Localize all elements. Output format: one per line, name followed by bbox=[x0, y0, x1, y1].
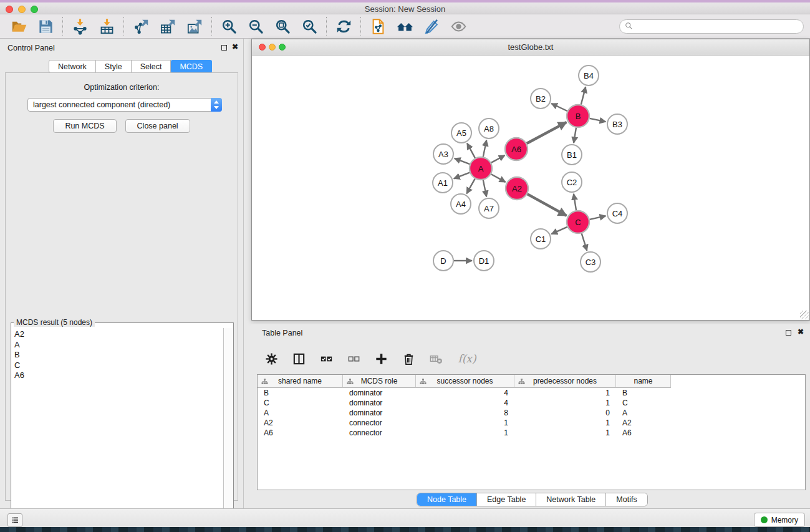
network-document-button[interactable] bbox=[367, 16, 389, 36]
graph-edge-A-A4[interactable] bbox=[466, 179, 475, 194]
mcds-result-item[interactable]: C bbox=[14, 360, 223, 371]
open-session-button[interactable] bbox=[7, 16, 30, 36]
graph-node-A1[interactable]: A1 bbox=[433, 173, 453, 193]
table-cell-name[interactable]: C bbox=[616, 398, 671, 408]
mcds-result-item[interactable]: A6 bbox=[14, 370, 223, 381]
graph-edge-A-A1[interactable] bbox=[454, 173, 470, 179]
tab-node-table[interactable]: Node Table bbox=[417, 493, 477, 506]
search-input[interactable] bbox=[637, 22, 798, 31]
result-list-scrollbar[interactable] bbox=[224, 328, 233, 532]
zoom-fit-button[interactable] bbox=[271, 16, 294, 36]
table-cell-predecessor_nodes[interactable]: 1 bbox=[514, 388, 616, 398]
graph-edge-C-C2[interactable] bbox=[574, 194, 576, 210]
graph-node-D[interactable]: D bbox=[433, 251, 453, 271]
graph-node-B3[interactable]: B3 bbox=[607, 114, 627, 134]
graph-edge-A-A5[interactable] bbox=[467, 143, 475, 158]
zoom-selected-button[interactable] bbox=[298, 16, 321, 36]
function-builder-button[interactable]: f(x) bbox=[455, 350, 480, 367]
close-panel-button[interactable]: Close panel bbox=[125, 119, 190, 133]
apply-layout-button[interactable] bbox=[332, 16, 355, 36]
graph-node-B4[interactable]: B4 bbox=[579, 65, 599, 85]
table-row[interactable]: Adominator80A bbox=[258, 408, 805, 418]
table-cell-shared_name[interactable]: C bbox=[258, 398, 343, 408]
float-panel-icon[interactable] bbox=[221, 45, 227, 51]
select-all-button[interactable] bbox=[317, 350, 335, 367]
deselect-all-button[interactable] bbox=[345, 350, 362, 367]
column-selector-button[interactable] bbox=[290, 350, 307, 367]
table-cell-predecessor_nodes[interactable]: 1 bbox=[514, 428, 616, 438]
graph-edge-A-A7[interactable] bbox=[483, 180, 486, 197]
graph-edge-B-B2[interactable] bbox=[551, 104, 567, 111]
table-cell-successor_nodes[interactable]: 4 bbox=[416, 398, 514, 408]
graph-node-C1[interactable]: C1 bbox=[531, 229, 551, 249]
hide-annotations-button[interactable] bbox=[420, 16, 443, 36]
graph-edge-C-C1[interactable] bbox=[551, 227, 567, 234]
table-cell-shared_name[interactable]: A6 bbox=[258, 428, 343, 438]
table-cell-mcds_role[interactable]: dominator bbox=[343, 398, 416, 408]
home-button[interactable] bbox=[393, 16, 416, 36]
table-cell-name[interactable]: B bbox=[616, 388, 671, 398]
column-header-successor-nodes[interactable]: successor nodes bbox=[416, 375, 514, 388]
run-mcds-button[interactable]: Run MCDS bbox=[53, 119, 116, 133]
tab-style[interactable]: Style bbox=[96, 60, 132, 73]
graph-node-B1[interactable]: B1 bbox=[562, 145, 582, 165]
graph-node-C4[interactable]: C4 bbox=[607, 203, 627, 223]
mcds-result-item[interactable]: B bbox=[14, 350, 223, 360]
graph-edge-A6-B[interactable] bbox=[527, 122, 567, 143]
table-cell-shared_name[interactable]: A2 bbox=[258, 418, 343, 428]
column-header-shared-name[interactable]: shared name bbox=[258, 375, 343, 388]
table-cell-mcds_role[interactable]: dominator bbox=[343, 388, 416, 398]
graph-edge-A2-C[interactable] bbox=[528, 194, 567, 216]
table-row[interactable]: A6connector11A6 bbox=[258, 428, 805, 438]
graph-node-A7[interactable]: A7 bbox=[479, 198, 499, 218]
table-cell-shared_name[interactable]: A bbox=[258, 408, 343, 418]
mcds-result-list[interactable]: A2ABCA6 bbox=[12, 328, 224, 532]
table-row[interactable]: Bdominator41B bbox=[258, 388, 805, 398]
import-table-button[interactable] bbox=[95, 16, 118, 36]
graph-edge-A-A3[interactable] bbox=[455, 158, 470, 164]
delete-column-button[interactable] bbox=[400, 350, 417, 367]
float-table-panel-icon[interactable] bbox=[786, 330, 791, 336]
graph-edge-C-C4[interactable] bbox=[590, 216, 606, 220]
main-titlebar[interactable]: Session: New Session bbox=[0, 2, 810, 14]
graph-node-C[interactable]: C bbox=[567, 211, 589, 233]
table-cell-successor_nodes[interactable]: 1 bbox=[416, 428, 514, 438]
graph-edge-A-A2[interactable] bbox=[491, 174, 506, 182]
tab-edge-table[interactable]: Edge Table bbox=[477, 493, 536, 506]
resize-grip[interactable] bbox=[800, 311, 809, 319]
network-canvas[interactable]: B4B2BB3A8A5A6A3B1AC2A1A2A4A7C4CC1C3DD1 bbox=[252, 56, 809, 320]
graph-node-B2[interactable]: B2 bbox=[531, 89, 551, 109]
close-table-panel-icon[interactable]: ✖ bbox=[798, 327, 804, 336]
tab-mcds[interactable]: MCDS bbox=[171, 60, 212, 73]
graph-node-A5[interactable]: A5 bbox=[451, 123, 471, 143]
table-cell-successor_nodes[interactable]: 4 bbox=[416, 388, 514, 398]
table-settings-button[interactable] bbox=[263, 350, 280, 367]
network-window-titlebar[interactable]: testGlobe.txt bbox=[252, 39, 809, 56]
save-session-button[interactable] bbox=[34, 16, 57, 36]
graph-node-A[interactable]: A bbox=[470, 157, 492, 180]
table-cell-mcds_role[interactable]: dominator bbox=[343, 408, 416, 418]
graph-node-C2[interactable]: C2 bbox=[562, 172, 582, 192]
import-network-button[interactable] bbox=[69, 16, 91, 36]
graph-node-D1[interactable]: D1 bbox=[474, 251, 494, 271]
search-box[interactable] bbox=[619, 19, 804, 34]
close-panel-icon[interactable]: ✖ bbox=[232, 42, 238, 51]
column-header-name[interactable]: name bbox=[616, 375, 671, 388]
column-header-predecessor-nodes[interactable]: predecessor nodes bbox=[514, 375, 616, 388]
table-cell-successor_nodes[interactable]: 1 bbox=[416, 418, 514, 428]
graph-edge-C-C3[interactable] bbox=[582, 233, 587, 251]
node-table[interactable]: shared nameMCDS rolesuccessor nodesprede… bbox=[257, 374, 806, 490]
table-cell-name[interactable]: A6 bbox=[616, 428, 671, 438]
mcds-result-item[interactable]: A bbox=[14, 340, 223, 351]
memory-button[interactable]: Memory bbox=[754, 513, 805, 527]
graph-node-A6[interactable]: A6 bbox=[505, 138, 528, 160]
zoom-out-button[interactable] bbox=[244, 16, 267, 36]
graph-edge-B-B4[interactable] bbox=[581, 87, 586, 104]
table-cell-mcds_role[interactable]: connector bbox=[343, 418, 416, 428]
graph-node-B[interactable]: B bbox=[567, 105, 589, 127]
table-cell-shared_name[interactable]: B bbox=[258, 388, 343, 398]
mcds-result-item[interactable]: A2 bbox=[14, 329, 223, 340]
graph-edge-A-A8[interactable] bbox=[483, 140, 486, 157]
tab-select[interactable]: Select bbox=[132, 60, 171, 73]
add-column-button[interactable] bbox=[372, 350, 390, 367]
